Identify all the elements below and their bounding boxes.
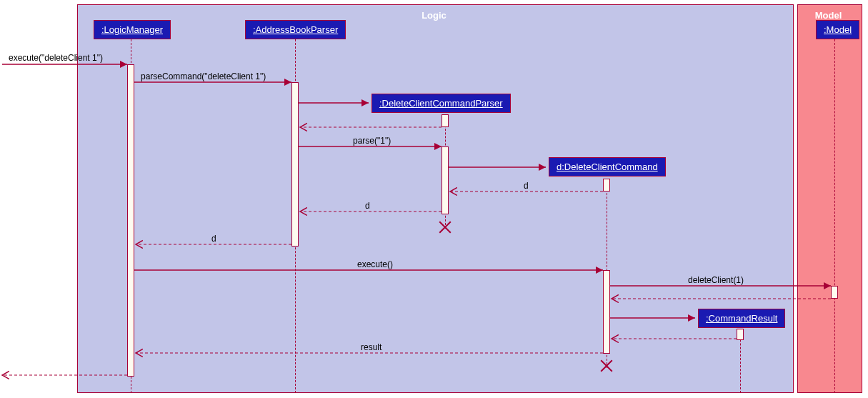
destroy-dccp [437,219,453,235]
activation-dccp-2 [442,146,449,214]
destroy-dcc [599,358,614,374]
frame-logic-label: Logic [419,8,452,23]
activation-logicmanager [127,64,134,377]
msg-execute-in: execute("deleteClient 1") [9,53,103,63]
msg-execute: execute() [357,259,393,269]
msg-result: result [361,342,381,352]
activation-model [831,286,838,299]
participant-deleteclientcommandparser: :DeleteClientCommandParser [371,94,511,113]
activation-addressbookparser [291,82,299,247]
msg-parse: parse("1") [353,136,391,146]
participant-addressbookparser: :AddressBookParser [245,20,346,39]
msg-d2: d [365,201,370,211]
msg-deleteclient: deleteClient(1) [688,275,744,285]
msg-d3: d [211,234,216,244]
msg-parsecommand: parseCommand("deleteClient 1") [141,71,266,81]
frame-model: Model [797,4,862,393]
activation-dccp-1 [442,114,449,127]
participant-deleteclientcommand: d:DeleteClientCommand [549,157,666,176]
msg-d1: d [524,181,529,191]
frame-logic: Logic [77,4,794,393]
activation-dcc-2 [603,270,610,354]
participant-model: :Model [816,20,859,39]
participant-logicmanager: :LogicManager [94,20,171,39]
lifeline-model [834,39,835,393]
participant-commandresult: :CommandResult [698,309,785,328]
activation-commandresult [737,329,744,340]
activation-dcc-1 [603,179,610,191]
